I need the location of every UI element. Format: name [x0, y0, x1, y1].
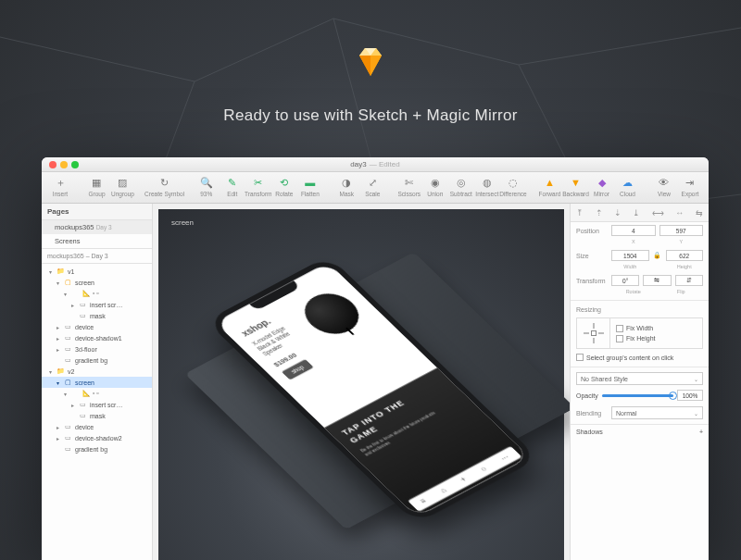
opacity-label: Opacity [576, 392, 598, 399]
ungroup-button[interactable]: ▨Ungroup [109, 175, 135, 197]
backward-button[interactable]: ▼Backward [563, 175, 589, 197]
tab-icon: ○ [478, 465, 488, 473]
tab-icon: ≡ [419, 496, 429, 504]
shadows-label: Shadows [576, 429, 603, 435]
mask-button[interactable]: ◑Mask [333, 175, 359, 197]
fix-height-checkbox[interactable]: Fix Height [616, 335, 702, 342]
zoom-button[interactable]: 🔍93% [194, 175, 220, 197]
close-icon[interactable] [49, 161, 57, 168]
layer-row[interactable]: ▭mask [42, 310, 152, 321]
layer-row[interactable]: ▾📐 ▫ ▫ [42, 288, 152, 299]
minimize-icon[interactable] [60, 161, 68, 168]
flatten-button[interactable]: ▬Flatten [297, 175, 323, 197]
pin-diagram-icon[interactable] [584, 323, 604, 343]
layer-row[interactable]: ▭gradient bg [42, 355, 152, 366]
page-row[interactable]: mockups365 Day 3 [42, 220, 152, 234]
tab-icon: ⌂ [438, 486, 448, 494]
align-icon[interactable]: ↔ [675, 208, 684, 218]
svg-marker-4 [370, 56, 382, 76]
shop-button: shop [282, 359, 314, 380]
layer-row[interactable]: ▭gradient bg [42, 443, 152, 454]
lock-icon[interactable]: 🔒 [653, 252, 662, 259]
union-button[interactable]: ◉Union [422, 175, 448, 197]
app-window: day3 — Edited ＋Insert ▦Group ▨Ungroup ↻C… [42, 157, 709, 560]
size-h-field[interactable]: 622 [666, 250, 704, 261]
resizing-label: Resizing [576, 306, 608, 313]
select-content-checkbox[interactable]: Select group's content on click [571, 351, 709, 364]
scissors-button[interactable]: ✄Scissors [396, 175, 422, 197]
align-icon[interactable]: ⇆ [696, 208, 703, 218]
opacity-slider[interactable] [602, 394, 673, 397]
pages-header: Pages [42, 204, 152, 220]
position-y-field[interactable]: 597 [659, 225, 704, 236]
layer-row[interactable]: ▾▢screen [42, 277, 152, 288]
blending-label: Blending [576, 410, 608, 417]
titlebar: day3 — Edited [42, 157, 709, 172]
canvas-artboard[interactable]: screen xshop. X-model Edge Black & White… [158, 209, 564, 560]
align-tools: ⤒⇡⇣⤓⟷↔⇆ [571, 204, 709, 222]
maximize-icon[interactable] [71, 161, 79, 168]
pages-list: mockups365 Day 3 Screens [42, 220, 152, 249]
forward-button[interactable]: ▲Forward [537, 175, 563, 197]
mirror-button[interactable]: ◆Mirror [589, 175, 615, 197]
opacity-field[interactable]: 100% [677, 390, 703, 401]
difference-button[interactable]: ◌Difference [500, 175, 526, 197]
layer-row[interactable]: ▸▭device [42, 421, 152, 432]
export-button[interactable]: ⇥Export [677, 175, 703, 197]
position-label: Position [576, 228, 608, 234]
layer-row[interactable]: ▸▭3d-floor [42, 343, 152, 355]
window-controls [49, 161, 79, 168]
window-title: day3 [350, 160, 366, 168]
layer-row[interactable]: ▸▭device-shadow1 [42, 332, 152, 343]
tab-icon: + [458, 475, 469, 483]
size-label: Size [576, 253, 608, 259]
window-title-suffix: — Edited [370, 160, 400, 168]
transform-button[interactable]: ✂Transform [245, 175, 271, 197]
align-icon[interactable]: ⟷ [652, 208, 664, 218]
create-symbol-button[interactable]: ↻Create Symbol [146, 175, 182, 197]
layer-row[interactable]: ▸▭insert scr… [42, 399, 152, 410]
inspector-panel: ⤒⇡⇣⤓⟷↔⇆ Position 4 597 XY Size 1504 🔒 62… [570, 204, 709, 560]
align-icon[interactable]: ⤒ [576, 208, 584, 218]
rotate-button[interactable]: ⟲Rotate [271, 175, 297, 197]
svg-marker-3 [359, 56, 370, 76]
insert-button[interactable]: ＋Insert [47, 175, 73, 197]
layer-row[interactable]: ▾📁v2 [42, 366, 152, 377]
layers-panel: Pages mockups365 Day 3 Screens mockups36… [42, 204, 153, 560]
edit-button[interactable]: ✎Edit [220, 175, 245, 197]
intersect-button[interactable]: ◍Intersect [474, 175, 500, 197]
shared-style-select[interactable]: No Shared Style⌄ [576, 372, 703, 385]
align-icon[interactable]: ⇡ [596, 208, 603, 218]
rotate-field[interactable]: 0° [611, 275, 639, 286]
canvas[interactable]: screen xshop. X-model Edge Black & White… [153, 204, 570, 560]
align-icon[interactable]: ⇣ [614, 208, 622, 218]
layer-row[interactable]: ▸▭device [42, 321, 152, 332]
layer-row[interactable]: ▾▢screen [42, 377, 152, 388]
fix-width-checkbox[interactable]: Fix Width [616, 325, 702, 332]
flip-v-button[interactable]: ⇵ [675, 275, 703, 286]
layer-row[interactable]: ▾📐 ▫ ▫ [42, 388, 152, 399]
page-row[interactable]: Screens [42, 234, 152, 248]
layer-row[interactable]: ▾📁v1 [42, 266, 152, 277]
subtract-button[interactable]: ◎Subtract [448, 175, 474, 197]
size-w-field[interactable]: 1504 [611, 250, 649, 261]
scale-button[interactable]: ⤢Scale [359, 175, 385, 197]
layer-row[interactable]: ▸▭insert scr… [42, 299, 152, 310]
add-shadow-button[interactable]: + [699, 429, 703, 435]
layer-row[interactable]: ▸▭device-shadow2 [42, 432, 152, 443]
sketch-logo-icon [354, 46, 387, 78]
cloud-button[interactable]: ☁Cloud [615, 175, 641, 197]
view-button[interactable]: 👁View [651, 175, 677, 197]
blending-select[interactable]: Normal⌄ [611, 406, 703, 419]
artboard-label: screen [171, 218, 194, 227]
position-x-field[interactable]: 4 [611, 225, 656, 236]
tab-bar: ≡⌂+○⋯ [408, 445, 521, 511]
hero-headline: Ready to use with Sketch + Magic Mirror [0, 106, 741, 125]
flip-h-button[interactable]: ⇋ [643, 275, 671, 286]
page-crumb: mockups365 – Day 3 [42, 249, 152, 264]
resizing-controls[interactable]: Fix Width Fix Height [576, 317, 703, 349]
transform-label: Transform [576, 278, 608, 284]
layer-row[interactable]: ▭mask [42, 410, 152, 421]
group-button[interactable]: ▦Group [83, 175, 109, 197]
align-icon[interactable]: ⤓ [633, 208, 640, 218]
